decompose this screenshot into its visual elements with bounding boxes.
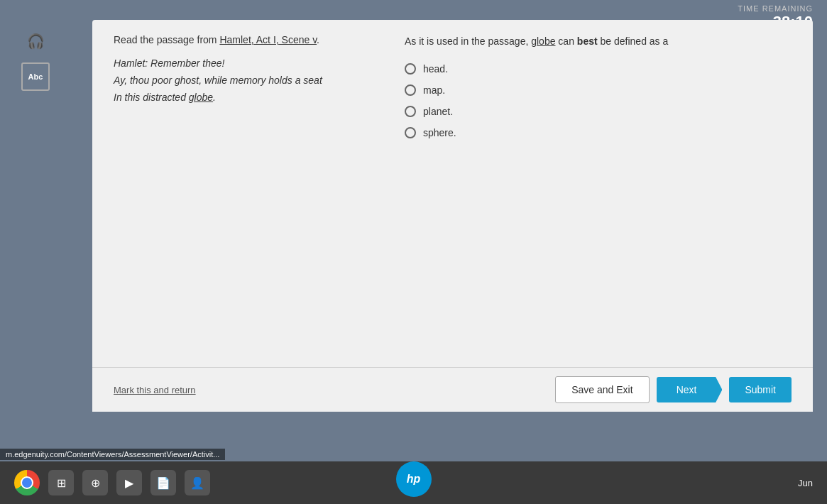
card-footer: Mark this and return Save and Exit Next … (92, 367, 813, 412)
right-panel: As it is used in the passage, globe can … (405, 34, 792, 353)
option-planet-radio[interactable] (405, 106, 416, 117)
passage-line-3: In this distracted globe. (114, 89, 383, 106)
save-exit-button[interactable]: Save and Exit (555, 376, 649, 403)
options-list: head. map. planet. sphere. (405, 63, 792, 138)
submit-button[interactable]: Submit (729, 377, 792, 402)
abc-icon[interactable]: Abc (21, 62, 50, 91)
taskbar-date: Jun (798, 478, 813, 488)
option-map-label: map. (423, 84, 445, 96)
mark-return-link[interactable]: Mark this and return (114, 385, 196, 395)
passage-text: Hamlet: Remember thee! Ay, thou poor gho… (114, 55, 383, 106)
sidebar-icons: 🎧 Abc (21, 27, 50, 91)
question-text: As it is used in the passage, globe can … (405, 34, 792, 49)
option-map-radio[interactable] (405, 84, 416, 96)
time-remaining-label: TIME REMAINING (685, 4, 813, 13)
apps-icon[interactable]: ⊕ (82, 470, 108, 495)
option-head-label: head. (423, 63, 448, 75)
files-icon[interactable]: 📄 (150, 470, 176, 495)
hp-logo: hp (396, 461, 432, 497)
user-icon[interactable]: 👤 (185, 470, 210, 495)
passage-line-2: Ay, thou poor ghost, while memory holds … (114, 72, 383, 89)
hamlet-link[interactable]: Hamlet, Act I, Scene v (219, 34, 317, 45)
option-sphere-radio[interactable] (405, 127, 416, 138)
next-button[interactable]: Next (657, 377, 723, 402)
option-planet-label: planet. (423, 106, 453, 117)
main-card: Read the passage from Hamlet, Act I, Sce… (92, 20, 813, 412)
card-body: Read the passage from Hamlet, Act I, Sce… (92, 20, 813, 367)
option-head-radio[interactable] (405, 63, 416, 75)
option-sphere[interactable]: sphere. (405, 127, 792, 138)
footer-buttons: Save and Exit Next Submit (555, 376, 792, 403)
option-map[interactable]: map. (405, 84, 792, 96)
url-bar: m.edgenuity.com/ContentViewers/Assessmen… (0, 449, 225, 460)
option-sphere-label: sphere. (423, 127, 456, 138)
passage-instruction: Read the passage from Hamlet, Act I, Sce… (114, 34, 383, 45)
monitor-icon[interactable]: ⊞ (48, 470, 74, 495)
passage-line-1: Hamlet: Remember thee! (114, 55, 383, 72)
video-icon[interactable]: ▶ (116, 470, 142, 495)
chrome-icon[interactable] (14, 470, 40, 495)
read-instruction-text: Read the passage from (114, 34, 219, 45)
headphone-icon[interactable]: 🎧 (21, 27, 50, 55)
left-panel: Read the passage from Hamlet, Act I, Sce… (114, 34, 383, 353)
option-planet[interactable]: planet. (405, 106, 792, 117)
option-head[interactable]: head. (405, 63, 792, 75)
